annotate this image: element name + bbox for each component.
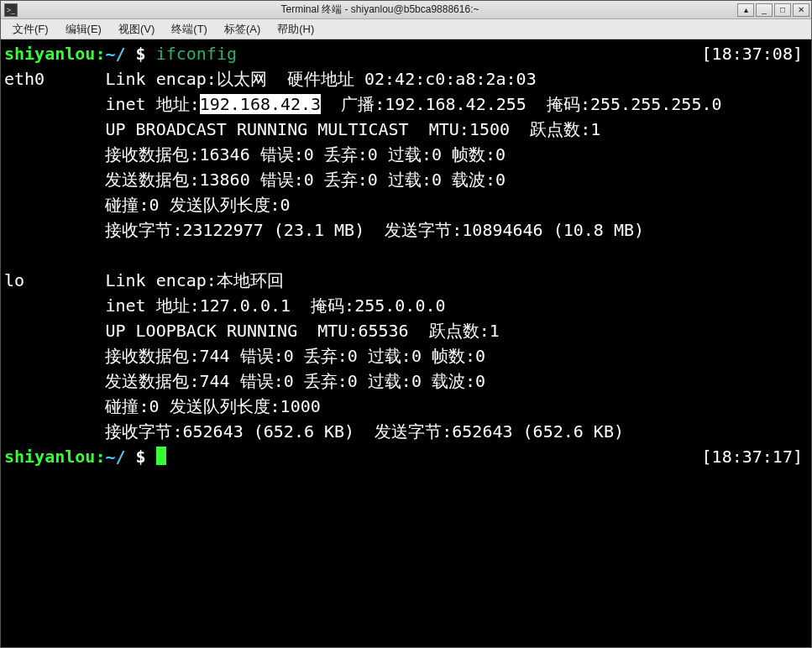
menu-tabs[interactable]: 标签(A) xyxy=(216,20,269,39)
menu-view[interactable]: 视图(V) xyxy=(110,20,163,39)
terminal-icon: >_ xyxy=(4,3,18,17)
terminal-window: >_ Terminal 终端 - shiyanlou@b5bca9888616:… xyxy=(0,0,812,648)
rollup-button[interactable]: ▴ xyxy=(737,3,754,17)
maximize-button[interactable]: □ xyxy=(774,3,791,17)
command-text: ifconfig xyxy=(156,44,237,64)
terminal-area[interactable]: shiyanlou:~/ $ ifconfig [18:37:08] eth0 … xyxy=(1,39,811,647)
ifconfig-output: eth0 Link encap:以太网 硬件地址 02:42:c0:a8:2a:… xyxy=(4,66,808,444)
menu-terminal[interactable]: 终端(T) xyxy=(163,20,216,39)
iface-lo: lo xyxy=(4,270,24,290)
prompt-path: ~/ xyxy=(105,447,125,467)
cursor xyxy=(156,447,166,465)
prompt-user: shiyanlou xyxy=(4,44,95,64)
timestamp-2: [18:37:17] xyxy=(702,444,808,469)
iface-eth0: eth0 xyxy=(4,69,45,89)
menu-help[interactable]: 帮助(H) xyxy=(269,20,322,39)
window-controls: ▴ _ □ ✕ xyxy=(737,3,811,17)
timestamp-1: [18:37:08] xyxy=(702,41,808,66)
close-button[interactable]: ✕ xyxy=(793,3,809,17)
prompt-dollar: $ xyxy=(126,44,156,64)
prompt-user: shiyanlou xyxy=(4,447,95,467)
prompt-dollar: $ xyxy=(126,447,156,467)
minimize-button[interactable]: _ xyxy=(756,3,773,17)
prompt-line-2: shiyanlou:~/ $ [18:37:17] xyxy=(4,444,808,469)
prompt-line-1: shiyanlou:~/ $ ifconfig [18:37:08] xyxy=(4,41,808,66)
ip-highlight: 192.168.42.3 xyxy=(200,94,322,114)
titlebar[interactable]: >_ Terminal 终端 - shiyanlou@b5bca9888616:… xyxy=(1,1,811,19)
menubar: 文件(F) 编辑(E) 视图(V) 终端(T) 标签(A) 帮助(H) xyxy=(1,19,811,39)
prompt-path: ~/ xyxy=(105,44,125,64)
menu-file[interactable]: 文件(F) xyxy=(4,20,57,39)
menu-edit[interactable]: 编辑(E) xyxy=(57,20,110,39)
window-title: Terminal 终端 - shiyanlou@b5bca9888616:~ xyxy=(23,3,737,17)
